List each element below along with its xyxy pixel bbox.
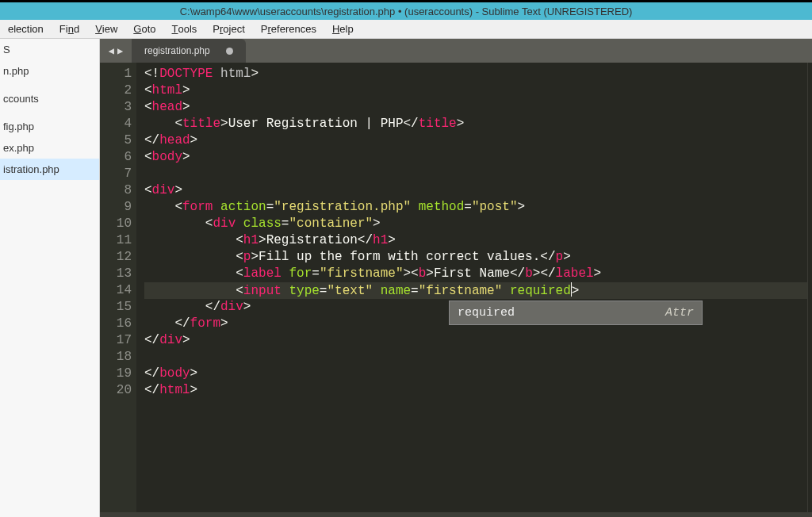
code-line[interactable]: <div> [144, 182, 807, 199]
window-title: C:\wamp64\www\useraccounts\registration.… [180, 6, 633, 17]
sidebar-item[interactable]: n.php [0, 60, 99, 82]
line-number: 9 [100, 199, 132, 216]
autocomplete-popup[interactable]: requiredAttr [449, 301, 703, 325]
menu-item-preferences[interactable]: Preferences [253, 20, 324, 38]
line-number: 6 [100, 149, 132, 166]
code-editor[interactable]: <!DOCTYPE html><html><head> <title>User … [136, 63, 807, 512]
code-line[interactable]: <p>Fill up the form with correct values.… [144, 249, 807, 266]
code-line[interactable]: <form action="registration.php" method="… [144, 199, 807, 216]
code-line[interactable]: <html> [144, 82, 807, 99]
line-number-gutter: 1234567891011121314151617181920 [100, 63, 136, 512]
sidebar-item[interactable]: istration.php [0, 159, 99, 180]
menu-item-find[interactable]: Find [52, 20, 87, 38]
tab-nav-arrows[interactable]: ◀ ▶ [100, 39, 132, 63]
menu-bar: electionFindViewGotoToolsProjectPreferen… [0, 20, 812, 39]
line-number: 16 [100, 316, 132, 332]
sidebar: S n.phpccountsfig.phpex.phpistration.php [0, 39, 100, 517]
code-line[interactable]: <label for="firstname"><b>First Name</b>… [144, 266, 807, 282]
code-line[interactable] [144, 166, 807, 182]
window-titlebar: C:\wamp64\www\useraccounts\registration.… [0, 2, 812, 20]
main-area: S n.phpccountsfig.phpex.phpistration.php… [0, 39, 812, 517]
minimap[interactable] [807, 63, 812, 512]
code-line[interactable] [144, 349, 807, 366]
editor-bottom-bar [100, 512, 812, 517]
tab-dirty-indicator [226, 48, 233, 55]
line-number: 17 [100, 332, 132, 349]
code-line[interactable]: <h1>Registration</h1> [144, 232, 807, 249]
code-line[interactable]: <input type="text" name="firstname" requ… [144, 282, 807, 299]
line-number: 4 [100, 116, 132, 132]
code-line[interactable]: </div> [144, 332, 807, 349]
line-number: 20 [100, 382, 132, 399]
tab-prev-icon[interactable]: ◀ [109, 45, 114, 57]
sidebar-file-list: n.phpccountsfig.phpex.phpistration.php [0, 60, 99, 180]
tab-strip: ◀ ▶ registration.php [100, 39, 812, 63]
code-line[interactable]: <head> [144, 99, 807, 116]
sidebar-heading: S [0, 42, 99, 60]
line-number: 10 [100, 216, 132, 232]
code-line[interactable]: </body> [144, 366, 807, 382]
line-number: 15 [100, 299, 132, 316]
code-line[interactable]: <title>User Registration | PHP</title> [144, 116, 807, 132]
menu-item-view[interactable]: View [87, 20, 125, 38]
line-number: 5 [100, 132, 132, 149]
line-number: 18 [100, 349, 132, 366]
line-number: 12 [100, 249, 132, 266]
line-number: 14 [100, 282, 132, 299]
code-line[interactable]: </head> [144, 132, 807, 149]
menu-item-election[interactable]: election [0, 20, 52, 38]
line-number: 3 [100, 99, 132, 116]
line-number: 8 [100, 182, 132, 199]
sidebar-item[interactable]: fig.php [0, 116, 99, 137]
line-number: 11 [100, 232, 132, 249]
line-number: 7 [100, 166, 132, 182]
menu-item-goto[interactable]: Goto [125, 20, 163, 38]
sidebar-item[interactable]: ex.php [0, 137, 99, 159]
code-line[interactable]: <div class="container"> [144, 216, 807, 232]
code-container: 1234567891011121314151617181920 <!DOCTYP… [100, 63, 812, 512]
menu-item-project[interactable]: Project [205, 20, 252, 38]
menu-item-tools[interactable]: Tools [164, 20, 205, 38]
sidebar-item[interactable]: ccounts [0, 88, 99, 109]
tab-registration[interactable]: registration.php [132, 39, 246, 63]
tab-label: registration.php [144, 45, 210, 56]
line-number: 13 [100, 266, 132, 282]
autocomplete-item-label[interactable]: required [458, 304, 515, 321]
line-number: 2 [100, 82, 132, 99]
editor-area: ◀ ▶ registration.php 1234567891011121314… [100, 39, 812, 517]
line-number: 19 [100, 366, 132, 382]
line-number: 1 [100, 66, 132, 82]
menu-item-help[interactable]: Help [324, 20, 362, 38]
code-line[interactable]: </html> [144, 382, 807, 399]
code-line[interactable]: <!DOCTYPE html> [144, 66, 807, 82]
code-line[interactable]: <body> [144, 149, 807, 166]
tab-next-icon[interactable]: ▶ [117, 45, 123, 57]
autocomplete-item-kind: Attr [665, 304, 694, 321]
